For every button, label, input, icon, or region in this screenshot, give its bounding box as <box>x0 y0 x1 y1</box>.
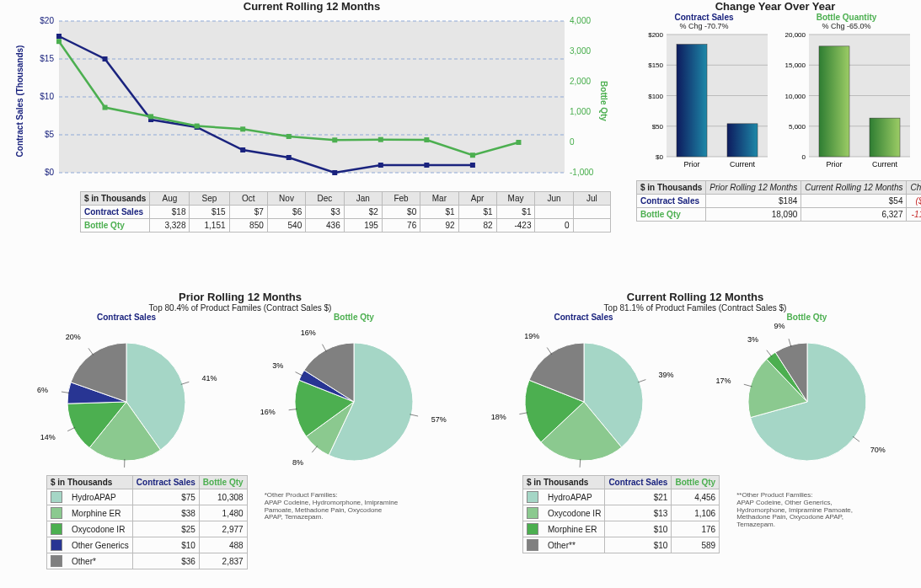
svg-text:1,000: 1,000 <box>570 107 591 116</box>
svg-text:Current: Current <box>729 160 755 168</box>
yoy-qty-bar: 05,00010,00015,00020,000PriorCurrent <box>779 30 914 174</box>
svg-rect-24 <box>378 163 383 168</box>
current-sales-pie-title: Contract Sales <box>472 313 695 322</box>
svg-text:$10: $10 <box>40 92 54 101</box>
yoy-qty-sub: % Chg -65.0% <box>779 22 914 30</box>
svg-text:$20: $20 <box>40 16 54 25</box>
svg-text:$15: $15 <box>40 54 54 63</box>
svg-rect-68 <box>870 118 900 157</box>
prior-table: $ in ThousandsContract SalesBottle QtyHy… <box>46 475 248 569</box>
svg-text:0: 0 <box>570 137 575 147</box>
svg-rect-25 <box>424 163 429 168</box>
svg-text:16%: 16% <box>301 329 316 337</box>
svg-text:$200: $200 <box>648 31 663 39</box>
svg-rect-23 <box>332 170 337 175</box>
svg-line-78 <box>88 348 94 355</box>
svg-rect-37 <box>516 140 521 145</box>
svg-rect-51 <box>677 45 707 157</box>
svg-line-82 <box>312 446 317 452</box>
rolling-12-title: Current Rolling 12 Months <box>13 0 611 13</box>
svg-text:19%: 19% <box>524 332 539 340</box>
svg-text:15,000: 15,000 <box>784 61 806 69</box>
svg-text:Prior: Prior <box>826 160 842 168</box>
svg-text:16%: 16% <box>260 408 276 416</box>
svg-text:2,000: 2,000 <box>570 77 591 86</box>
svg-rect-36 <box>470 152 475 158</box>
svg-text:$100: $100 <box>648 93 663 100</box>
svg-rect-31 <box>240 126 245 131</box>
rolling-12-table: $ in ThousandsAugSepOctNovDecJanFebMarAp… <box>80 191 611 233</box>
svg-text:39%: 39% <box>658 371 673 379</box>
svg-text:6%: 6% <box>37 386 48 394</box>
svg-text:$0: $0 <box>656 153 663 161</box>
prior-sub: Top 80.4% of Product Familes (Contract S… <box>13 303 468 313</box>
current-qty-pie-title: Bottle Qty <box>695 313 918 322</box>
svg-rect-29 <box>148 114 153 119</box>
svg-rect-17 <box>56 34 62 39</box>
svg-text:3%: 3% <box>747 335 758 344</box>
svg-rect-32 <box>286 134 292 139</box>
current-sub: Top 81.1% of Product Familes (Contract S… <box>472 303 918 313</box>
svg-line-98 <box>853 436 859 441</box>
prior-sales-pie: 41%21%14%6%20% <box>17 322 236 473</box>
svg-text:9%: 9% <box>774 322 784 330</box>
prior-footnote: *Other Product Families: APAP Codeine, H… <box>265 492 399 521</box>
svg-text:17%: 17% <box>715 377 731 385</box>
svg-text:$0: $0 <box>45 168 55 177</box>
svg-rect-35 <box>424 137 429 142</box>
svg-rect-18 <box>103 56 108 61</box>
svg-rect-33 <box>332 137 337 142</box>
current-sales-pie: 39%24%18%19% <box>474 322 693 473</box>
svg-rect-22 <box>286 155 292 160</box>
svg-text:4,000: 4,000 <box>570 16 591 25</box>
svg-text:14%: 14% <box>40 433 56 441</box>
svg-text:18%: 18% <box>490 413 506 421</box>
svg-text:20,000: 20,000 <box>784 31 806 39</box>
svg-text:Current: Current <box>871 160 897 168</box>
svg-text:3%: 3% <box>272 361 283 370</box>
svg-rect-30 <box>195 124 200 129</box>
svg-text:70%: 70% <box>870 446 885 454</box>
prior-qty-pie: 57%8%16%3%16% <box>244 322 463 473</box>
yoy-table: $ in ThousandsPrior Rolling 12 MonthsCur… <box>636 180 921 222</box>
yoy-sales-sub: % Chg -70.7% <box>636 22 772 30</box>
yoy-sales-title: Contract Sales <box>636 13 772 22</box>
svg-rect-26 <box>470 163 475 168</box>
svg-text:$150: $150 <box>648 61 663 69</box>
yoy-title: Change Year Over Year <box>636 0 914 13</box>
prior-title: Prior Rolling 12 Months <box>13 291 468 303</box>
svg-text:8%: 8% <box>292 458 303 467</box>
svg-text:3,000: 3,000 <box>570 46 591 56</box>
svg-text:Contract Sales (Thousands): Contract Sales (Thousands) <box>15 45 24 158</box>
prior-qty-pie-title: Bottle Qty <box>240 313 468 322</box>
svg-text:0: 0 <box>801 153 806 161</box>
svg-text:41%: 41% <box>202 374 217 382</box>
svg-rect-27 <box>56 39 62 44</box>
rolling-12-chart: $0$5$10$15$20-1,00001,0002,0003,0004,000… <box>13 13 611 190</box>
svg-text:$5: $5 <box>45 130 55 139</box>
svg-text:5,000: 5,000 <box>788 123 806 131</box>
current-qty-pie: 70%17%3%9% <box>698 322 917 473</box>
svg-rect-53 <box>727 124 758 157</box>
svg-line-102 <box>766 350 771 357</box>
svg-text:$50: $50 <box>651 123 663 131</box>
current-table: $ in ThousandsContract SalesBottle QtyHy… <box>522 475 720 553</box>
svg-text:Prior: Prior <box>683 160 699 168</box>
yoy-sales-bar: $0$50$100$150$200PriorCurrent <box>637 30 772 174</box>
svg-rect-66 <box>819 46 849 157</box>
svg-text:-1,000: -1,000 <box>570 168 594 177</box>
svg-rect-28 <box>103 105 108 110</box>
svg-text:Bottle Qty: Bottle Qty <box>599 81 608 121</box>
svg-text:20%: 20% <box>66 333 81 341</box>
prior-sales-pie-title: Contract Sales <box>13 313 240 322</box>
svg-line-96 <box>547 347 552 354</box>
svg-rect-21 <box>240 147 245 152</box>
svg-text:10,000: 10,000 <box>784 93 806 100</box>
svg-rect-34 <box>378 137 383 142</box>
current-footnote: **Other Product Families: APAP Codeine, … <box>736 492 871 529</box>
current-title: Current Rolling 12 Months <box>472 291 918 303</box>
yoy-qty-title: Bottle Quantity <box>779 13 914 22</box>
svg-text:57%: 57% <box>431 415 447 424</box>
